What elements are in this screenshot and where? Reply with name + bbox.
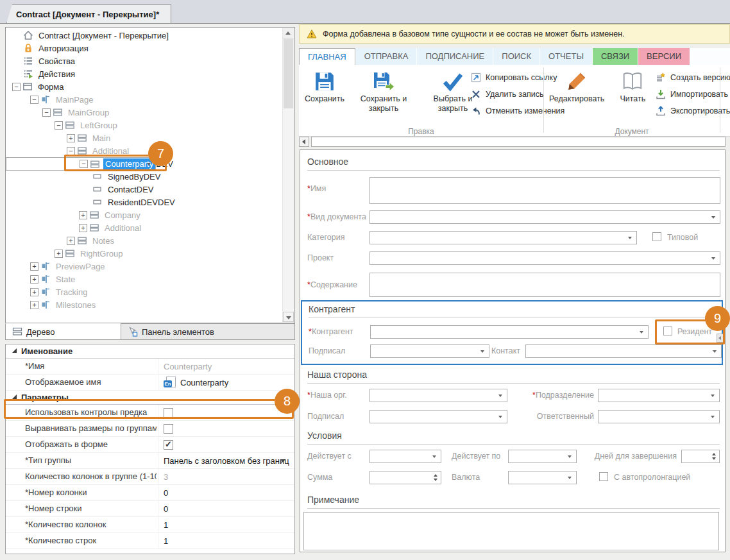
days-stepper[interactable]: [681, 450, 720, 463]
collapse-box-icon[interactable]: −: [30, 96, 38, 104]
property-value-cell[interactable]: 0: [164, 485, 292, 500]
ribbon-tab[interactable]: ПОДПИСАНИЕ: [417, 48, 493, 65]
ribbon-tab[interactable]: ОТПРАВКА: [356, 48, 417, 65]
expand-box-icon[interactable]: +: [55, 250, 63, 258]
counterparty-select[interactable]: [370, 325, 649, 339]
document-tab[interactable]: Contract [Документ - Перекрытие]*: [6, 4, 171, 23]
expand-box-icon[interactable]: +: [79, 211, 87, 219]
ribbon-button[interactable]: Читать: [609, 66, 656, 104]
collapse-box-icon[interactable]: −: [12, 83, 21, 91]
typical-checkbox[interactable]: [652, 232, 661, 241]
collapsed-strip[interactable]: [311, 137, 726, 147]
counterparty-signed-select[interactable]: [370, 344, 489, 358]
name-input[interactable]: [369, 177, 720, 204]
ribbon-button[interactable]: Редактировать: [547, 66, 607, 104]
property-value-cell[interactable]: Панель с заголовком без границ: [164, 453, 292, 468]
tree-item[interactable]: +Notes: [6, 234, 283, 247]
ribbon-button[interactable]: Импортировать: [656, 86, 730, 103]
collapse-box-icon[interactable]: −: [55, 121, 63, 130]
ribbon-tab[interactable]: ВЕРСИИ: [638, 48, 690, 65]
ribbon-tab[interactable]: ПОИСК: [493, 48, 539, 65]
tree-item[interactable]: −MainGroup: [6, 106, 283, 119]
property-value-cell[interactable]: 1: [164, 517, 292, 532]
delete-icon: [471, 89, 481, 99]
valid-to-label: Действует по: [452, 452, 500, 461]
ribbon-tab[interactable]: СВЯЗИ: [593, 48, 638, 65]
tree-item[interactable]: ContactDEV: [6, 183, 283, 196]
property-value-cell[interactable]: Counterparty: [164, 359, 292, 374]
valid-from-select[interactable]: [369, 450, 441, 463]
tree-item[interactable]: +State: [6, 273, 283, 285]
valid-from-label: Действует с: [307, 452, 352, 461]
department-select[interactable]: [598, 389, 720, 402]
ribbon-tab[interactable]: ОТЧЕТЫ: [540, 48, 592, 65]
tree-item[interactable]: −LeftGroup: [6, 119, 283, 132]
tree-item[interactable]: ResidentDEVDEV: [6, 196, 283, 208]
expand-box-icon[interactable]: +: [30, 275, 38, 284]
autoprolong-checkbox[interactable]: [599, 472, 608, 481]
panel-tab[interactable]: Дерево: [5, 323, 121, 340]
tree-item[interactable]: Авторизация: [6, 42, 283, 55]
tree-item[interactable]: −Форма: [6, 80, 283, 93]
amount-stepper[interactable]: [369, 471, 441, 484]
scroll-up-icon[interactable]: [283, 28, 294, 39]
content-input[interactable]: [369, 273, 720, 297]
property-value-cell[interactable]: EnCounterparty: [164, 375, 292, 390]
contact-select[interactable]: [525, 344, 722, 358]
tree-item[interactable]: Свойства: [6, 55, 283, 67]
ribbon-tab[interactable]: ГЛАВНАЯ: [299, 48, 355, 65]
expand-box-icon[interactable]: +: [79, 224, 87, 232]
tree-item[interactable]: +RightGroup: [6, 247, 283, 260]
our-signed-select[interactable]: [369, 410, 507, 423]
tree-item[interactable]: +Tracking: [6, 285, 283, 298]
our-org-select[interactable]: [369, 389, 507, 402]
collapse-left-icon[interactable]: [299, 137, 309, 147]
expand-box-icon[interactable]: +: [67, 237, 75, 245]
category-select[interactable]: [369, 231, 637, 244]
note-input[interactable]: [303, 512, 719, 550]
scroll-down-icon[interactable]: [283, 312, 294, 322]
section-expander-icon[interactable]: [12, 348, 17, 353]
responsible-select[interactable]: [598, 410, 720, 423]
currency-select[interactable]: [508, 471, 577, 484]
property-checkbox[interactable]: [164, 440, 173, 450]
property-value-cell[interactable]: [164, 421, 292, 436]
tree-item[interactable]: +Milestones: [6, 298, 283, 311]
tree-item[interactable]: +PreviewPage: [6, 260, 283, 273]
property-value-cell[interactable]: 3: [164, 469, 292, 484]
ribbon-button[interactable]: Сохранить: [301, 66, 348, 114]
property-value-cell[interactable]: 1: [164, 533, 292, 548]
tree-item[interactable]: −MainPage: [6, 93, 283, 106]
tree-item[interactable]: +Company: [6, 208, 283, 221]
tree-item[interactable]: Contract [Документ - Перекрытие]: [6, 29, 283, 42]
tree-item[interactable]: +Main: [6, 132, 283, 144]
tree-item-label: State: [54, 274, 77, 285]
property-section-header[interactable]: Именование: [6, 344, 294, 359]
tree-item[interactable]: Действия: [6, 67, 283, 80]
ribbon-button[interactable]: Сохранить и закрыть: [350, 66, 417, 114]
expand-box-icon[interactable]: +: [67, 134, 75, 142]
dropdown-caret-icon[interactable]: [280, 459, 285, 462]
ribbon-button[interactable]: Создать версию: [656, 69, 730, 86]
property-checkbox[interactable]: [164, 424, 173, 434]
property-value-cell[interactable]: 0: [164, 501, 292, 516]
section-expander-icon[interactable]: [12, 395, 17, 399]
collapse-box-icon[interactable]: −: [42, 108, 51, 117]
required-marker: *: [309, 327, 312, 336]
tree-item[interactable]: +Additional: [6, 221, 283, 234]
collapse-box-icon[interactable]: −: [67, 147, 75, 155]
ribbon-small-buttons: Создать версиюИмпортироватьЭкспортироват…: [656, 69, 730, 119]
scrollbar-thumb[interactable]: [284, 39, 293, 108]
autoprolong-label: С автопролонгацией: [614, 473, 690, 482]
expand-box-icon[interactable]: +: [30, 301, 38, 309]
valid-to-select[interactable]: [508, 450, 577, 463]
expand-box-icon[interactable]: +: [30, 262, 38, 271]
tree-scrollbar[interactable]: [282, 28, 294, 322]
doc-kind-select[interactable]: [369, 210, 720, 224]
ribbon-button[interactable]: Экспортировать: [656, 103, 730, 119]
property-value-cell[interactable]: [164, 437, 292, 452]
panel-tab[interactable]: Панель элементов: [121, 323, 295, 340]
tree-item[interactable]: SignedByDEV: [6, 170, 283, 183]
project-select[interactable]: [369, 251, 720, 265]
expand-box-icon[interactable]: +: [30, 288, 38, 296]
